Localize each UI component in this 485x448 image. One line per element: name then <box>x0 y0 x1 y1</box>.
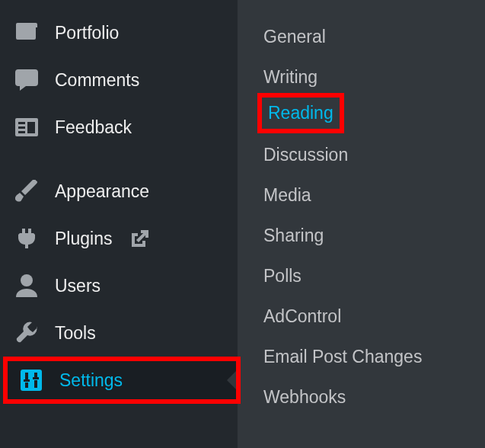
svg-point-5 <box>21 274 33 286</box>
sliders-icon <box>18 367 44 393</box>
menu-separator <box>0 151 238 168</box>
sidebar-item-label: Portfolio <box>55 23 119 43</box>
sidebar-item-label: Users <box>55 276 101 296</box>
svg-rect-7 <box>25 373 28 380</box>
sidebar-item-plugins[interactable]: Plugins <box>0 215 238 262</box>
sidebar-item-comments[interactable]: Comments <box>0 56 238 104</box>
svg-rect-1 <box>18 122 25 124</box>
sidebar-item-feedback[interactable]: Feedback <box>0 104 238 151</box>
settings-submenu: General Writing Reading Discussion Media… <box>238 0 485 448</box>
sidebar-item-tools[interactable]: Tools <box>0 309 238 357</box>
svg-rect-9 <box>24 379 30 382</box>
submenu-item-adcontrol[interactable]: AdControl <box>259 296 346 337</box>
submenu-item-webhooks[interactable]: Webhooks <box>259 377 350 418</box>
sidebar-item-label: Appearance <box>55 181 149 202</box>
submenu-item-media[interactable]: Media <box>259 175 316 216</box>
admin-sidebar: Portfolio Comments Feedback Appearance P… <box>0 0 238 448</box>
feedback-icon <box>14 114 40 140</box>
plugin-icon <box>14 226 40 251</box>
sidebar-item-portfolio[interactable]: Portfolio <box>0 9 238 56</box>
external-link-icon <box>130 229 150 248</box>
svg-rect-11 <box>34 380 37 388</box>
submenu-item-discussion[interactable]: Discussion <box>259 135 353 175</box>
sidebar-item-settings[interactable]: Settings <box>3 357 241 404</box>
svg-rect-4 <box>27 122 35 133</box>
svg-rect-2 <box>18 126 25 129</box>
submenu-item-writing[interactable]: Writing <box>259 57 322 98</box>
submenu-item-reading[interactable]: Reading <box>257 93 344 133</box>
sidebar-item-label: Tools <box>55 323 96 344</box>
submenu-item-polls[interactable]: Polls <box>259 256 306 296</box>
sidebar-item-appearance[interactable]: Appearance <box>0 168 238 215</box>
svg-rect-10 <box>34 373 37 378</box>
submenu-item-general[interactable]: General <box>259 17 330 57</box>
sidebar-item-label: Settings <box>59 370 123 391</box>
sidebar-item-label: Feedback <box>55 117 132 138</box>
wrench-icon <box>14 320 40 346</box>
brush-icon <box>14 178 40 204</box>
sidebar-item-users[interactable]: Users <box>0 262 238 309</box>
portfolio-icon <box>14 20 40 46</box>
svg-rect-8 <box>25 382 28 388</box>
svg-rect-3 <box>18 131 25 133</box>
svg-rect-12 <box>33 377 39 379</box>
submenu-item-sharing[interactable]: Sharing <box>259 216 328 256</box>
sidebar-item-label: Comments <box>55 70 139 91</box>
user-icon <box>14 273 40 299</box>
sidebar-item-label: Plugins <box>55 229 112 249</box>
submenu-item-email-post-changes[interactable]: Email Post Changes <box>259 337 426 377</box>
comment-icon <box>14 67 40 93</box>
